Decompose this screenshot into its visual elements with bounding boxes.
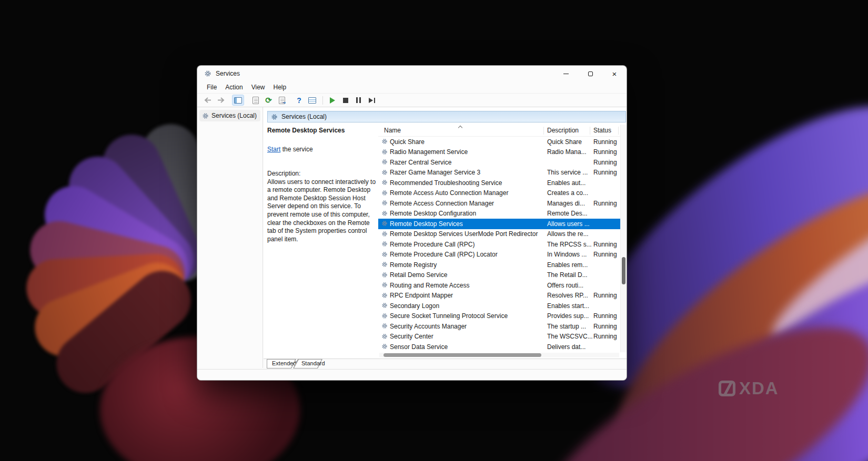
service-row[interactable]: Remote Registry Enables rem... [378, 260, 620, 270]
horizontal-scrollbar[interactable] [379, 353, 619, 357]
extended-info-panel: Remote Desktop Services Start the servic… [267, 125, 378, 356]
action-pane-button[interactable] [306, 95, 318, 106]
list-header: Name Description Status [378, 125, 620, 137]
service-row[interactable]: Security Accounts Manager The startup ..… [378, 321, 620, 332]
service-rows: Quick Share Quick Share Running Radio Ma… [378, 137, 620, 351]
properties-button[interactable] [249, 95, 261, 106]
tab-extended[interactable]: Extended [267, 359, 296, 368]
service-row[interactable]: Remote Procedure Call (RPC) Locator In W… [378, 250, 620, 260]
column-divider[interactable] [543, 127, 544, 135]
service-description-cell: The RPCSS s... [547, 241, 592, 248]
service-gear-icon [381, 302, 388, 309]
vertical-scrollbar-thumb[interactable] [622, 257, 625, 284]
service-name: Remote Desktop Services UserMode Port Re… [390, 230, 538, 238]
help-button[interactable]: ? [293, 95, 305, 106]
service-row[interactable]: Remote Desktop Configuration Remote Des.… [378, 209, 620, 219]
service-description-cell: Creates a co... [547, 189, 588, 197]
services-gear-icon [271, 114, 278, 120]
service-row[interactable]: Recommended Troubleshooting Service Enab… [378, 178, 620, 188]
tab-standard[interactable]: Standard [293, 359, 322, 368]
service-gear-icon [381, 159, 388, 165]
service-name: Sensor Data Service [390, 343, 448, 351]
selected-service-title: Remote Desktop Services [267, 127, 378, 134]
xda-watermark: XDA [719, 380, 779, 397]
close-button[interactable]: × [602, 66, 627, 81]
start-service-link[interactable]: Start [267, 146, 280, 153]
refresh-button[interactable]: ⟳ [263, 95, 275, 106]
tree-item-services-local[interactable]: Services (Local) [199, 110, 260, 121]
service-row[interactable]: Quick Share Quick Share Running [378, 137, 620, 147]
service-row[interactable]: Security Center The WSCSVC... Running [378, 332, 620, 342]
service-row[interactable]: Remote Access Connection Manager Manages… [378, 198, 620, 209]
tree-item-label: Services (Local) [211, 112, 257, 119]
service-action-line: Start the service [267, 146, 378, 153]
column-divider[interactable] [590, 127, 590, 135]
vertical-scrollbar[interactable] [620, 125, 627, 352]
service-description-cell: Radio Mana... [547, 148, 587, 156]
help-icon: ? [297, 96, 301, 105]
service-name: Razer Game Manager Service 3 [390, 169, 480, 176]
back-button[interactable] [201, 95, 214, 106]
service-status: Running [593, 200, 617, 207]
service-row[interactable]: Sensor Data Service Delivers dat... [378, 342, 620, 351]
service-row[interactable]: Remote Desktop Services Allows users ... [378, 219, 620, 229]
details-pane: Services (Local) Remote Desktop Services… [264, 107, 627, 359]
service-row[interactable]: Radio Management Service Radio Mana... R… [378, 147, 620, 158]
service-row[interactable]: Razer Game Manager Service 3 This servic… [378, 168, 620, 178]
service-row[interactable]: Routing and Remote Access Offers routi..… [378, 280, 620, 291]
service-description-cell: The WSCSVC... [547, 333, 593, 340]
service-name: Remote Desktop Configuration [390, 210, 476, 217]
forward-button[interactable] [215, 95, 227, 106]
menu-help[interactable]: Help [269, 83, 291, 92]
service-row[interactable]: Remote Access Auto Connection Manager Cr… [378, 188, 620, 199]
service-row[interactable]: RPC Endpoint Mapper Resolves RP... Runni… [378, 291, 620, 301]
service-gear-icon [381, 149, 388, 155]
service-name: Retail Demo Service [390, 271, 447, 279]
service-description-cell: Remote Des... [547, 210, 588, 217]
minimize-button[interactable] [554, 66, 578, 81]
export-list-button[interactable] [276, 95, 288, 106]
service-name: Recommended Troubleshooting Service [390, 179, 502, 187]
title-bar[interactable]: Services × [197, 66, 627, 81]
view-tabs: Extended Standard [263, 359, 627, 369]
pause-service-button[interactable] [352, 95, 365, 106]
service-description-cell: Quick Share [547, 138, 582, 146]
horizontal-scrollbar-thumb[interactable] [383, 353, 541, 357]
menu-view[interactable]: View [247, 83, 269, 92]
services-window: Services × File Action View Help ⟳ ? [197, 65, 627, 381]
service-gear-icon [381, 251, 388, 258]
show-console-tree-icon [234, 97, 242, 104]
menu-file[interactable]: File [203, 83, 221, 92]
service-row[interactable]: Razer Central Service Running [378, 157, 620, 168]
service-description-cell: Resolves RP... [547, 292, 588, 299]
column-header-name[interactable]: Name [384, 127, 401, 134]
menu-bar: File Action View Help [197, 81, 627, 93]
stop-service-icon [343, 98, 348, 103]
column-divider[interactable] [618, 127, 619, 135]
stop-service-button[interactable] [339, 95, 351, 106]
description-heading: Description: [267, 170, 376, 178]
column-header-status[interactable]: Status [593, 127, 611, 134]
properties-icon [253, 97, 259, 104]
maximize-button[interactable] [578, 66, 602, 81]
start-service-button[interactable] [326, 95, 338, 106]
service-row[interactable]: Secondary Logon Enables start... [378, 301, 620, 311]
service-row[interactable]: Remote Procedure Call (RPC) The RPCSS s.… [378, 239, 620, 250]
service-gear-icon [381, 190, 388, 196]
xda-watermark-text: XDA [739, 380, 779, 397]
show-console-tree-button[interactable] [232, 95, 244, 106]
column-header-description[interactable]: Description [547, 127, 579, 134]
menu-action[interactable]: Action [221, 83, 247, 92]
service-row[interactable]: Secure Socket Tunneling Protocol Service… [378, 311, 620, 322]
service-description-cell: Enables aut... [547, 179, 586, 187]
restart-service-button[interactable] [366, 95, 378, 106]
service-name: Secondary Logon [390, 302, 439, 310]
service-status: Running [593, 138, 617, 146]
service-row[interactable]: Remote Desktop Services UserMode Port Re… [378, 229, 620, 240]
service-description-cell: Enables rem... [547, 261, 588, 269]
service-row[interactable]: Retail Demo Service The Retail D... [378, 270, 620, 281]
service-action-suffix: the service [280, 146, 312, 153]
service-gear-icon [381, 179, 388, 186]
view-header-label: Services (Local) [281, 113, 327, 120]
service-gear-icon [381, 333, 388, 340]
